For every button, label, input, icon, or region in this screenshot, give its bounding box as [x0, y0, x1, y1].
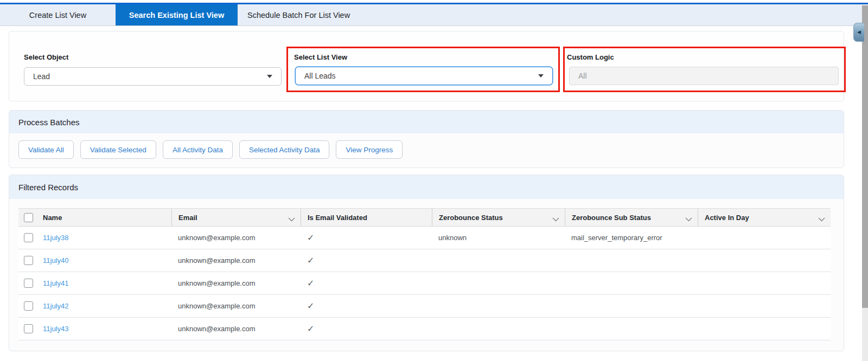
selected-activity-data-button[interactable]: Selected Activity Data [239, 140, 330, 159]
records-table: Name Email Is Email Validated Zerobounce… [18, 208, 831, 340]
chevron-down-icon[interactable] [818, 215, 825, 220]
vertical-scrollbar-thumb[interactable] [862, 5, 868, 308]
table-row: 11july40 unknown@example.com ✓ [18, 249, 831, 272]
table-row: 11july43 unknown@example.com ✓ [18, 318, 831, 340]
checkmark-icon: ✓ [301, 255, 432, 266]
checkmark-icon: ✓ [301, 278, 432, 288]
column-label: Active In Day [705, 214, 818, 222]
select-object-label: Select Object [24, 53, 68, 61]
select-all-checkbox[interactable] [24, 213, 33, 222]
column-header-zerobounce-sub-status[interactable]: Zerobounce Sub Status [565, 209, 698, 226]
chevron-left-icon: ◀ [857, 30, 861, 35]
chevron-down-icon[interactable] [685, 215, 692, 220]
record-name-link[interactable]: 11july41 [43, 279, 68, 287]
record-name-link[interactable]: 11july43 [43, 325, 68, 333]
email-cell: unknown@example.com [171, 279, 301, 287]
table-row: 11july41 unknown@example.com ✓ [18, 272, 831, 295]
all-activity-data-button[interactable]: All Activity Data [163, 140, 233, 159]
custom-logic-label: Custom Logic [567, 53, 614, 61]
email-cell: unknown@example.com [171, 302, 301, 310]
column-label: Name [43, 214, 166, 222]
tab-schedule-batch-for-list-view[interactable]: Schedule Batch For List View [238, 4, 360, 25]
column-header-active-in-day[interactable]: Active In Day [698, 209, 831, 226]
table-header-row: Name Email Is Email Validated Zerobounce… [18, 208, 831, 227]
row-checkbox[interactable] [24, 301, 33, 311]
checkmark-icon: ✓ [301, 324, 432, 334]
filter-form-card: Select Object Lead Select List View All … [9, 31, 844, 101]
validate-selected-button[interactable]: Validate Selected [80, 140, 156, 159]
annotation-box-custom-logic: Custom Logic All [563, 47, 846, 92]
select-list-view-value: All Leads [304, 72, 538, 80]
column-label: Email [178, 214, 288, 222]
panel-collapse-handle[interactable]: ◀ [853, 23, 864, 42]
dropdown-caret-icon [538, 74, 544, 78]
row-checkbox[interactable] [24, 233, 33, 242]
chevron-down-icon[interactable] [552, 215, 559, 220]
select-list-view-label: Select List View [294, 53, 347, 61]
table-row: 11july38 unknown@example.com ✓ unknown m… [18, 227, 831, 249]
validate-all-button[interactable]: Validate All [18, 140, 74, 159]
column-header-name[interactable]: Name [36, 209, 171, 226]
chevron-down-icon[interactable] [288, 215, 295, 220]
column-header-zerobounce-status[interactable]: Zerobounce Status [432, 209, 565, 226]
row-checkbox[interactable] [24, 256, 33, 265]
select-list-view-dropdown[interactable]: All Leads [295, 67, 553, 85]
email-cell: unknown@example.com [171, 325, 301, 333]
row-checkbox[interactable] [24, 279, 33, 288]
table-row: 11july42 unknown@example.com ✓ [18, 295, 831, 318]
select-object-dropdown[interactable]: Lead [24, 67, 282, 86]
app-screen: Create List View Search Existing List Vi… [0, 0, 868, 361]
column-label: Is Email Validated [308, 214, 426, 222]
filtered-records-card: Filtered Records Name Email Is Email Val… [9, 175, 844, 351]
view-progress-button[interactable]: View Progress [336, 140, 403, 159]
checkmark-icon: ✓ [301, 233, 432, 243]
filtered-records-header: Filtered Records [9, 175, 844, 199]
column-header-email[interactable]: Email [171, 209, 301, 226]
email-cell: unknown@example.com [171, 234, 301, 242]
custom-logic-input[interactable]: All [569, 67, 839, 85]
annotation-box-select-list-view: Select List View All Leads [286, 47, 560, 92]
tab-create-list-view[interactable]: Create List View [0, 4, 116, 25]
column-label: Zerobounce Sub Status [572, 214, 685, 222]
process-batches-header: Process Batches [9, 111, 844, 133]
custom-logic-value: All [578, 72, 587, 80]
email-cell: unknown@example.com [171, 256, 301, 265]
process-batches-title: Process Batches [18, 118, 80, 127]
record-name-link[interactable]: 11july40 [43, 256, 68, 265]
process-batches-card: Process Batches Validate All Validate Se… [9, 110, 844, 168]
zerobounce-sub-status-cell: mail_server_temporary_error [565, 234, 698, 242]
filtered-records-title: Filtered Records [18, 183, 78, 192]
tab-search-existing-list-view[interactable]: Search Existing List View [116, 4, 238, 25]
tab-bar: Create List View Search Existing List Vi… [0, 4, 868, 26]
process-batches-buttons: Validate All Validate Selected All Activ… [18, 140, 403, 159]
record-name-link[interactable]: 11july38 [43, 234, 68, 242]
row-checkbox[interactable] [24, 324, 33, 333]
column-header-is-email-validated[interactable]: Is Email Validated [301, 209, 432, 226]
select-object-value: Lead [33, 72, 267, 81]
dropdown-caret-icon [267, 75, 272, 78]
record-name-link[interactable]: 11july42 [43, 302, 68, 310]
checkmark-icon: ✓ [301, 301, 432, 311]
column-label: Zerobounce Status [439, 214, 552, 222]
select-all-cell [18, 209, 36, 226]
zerobounce-status-cell: unknown [432, 234, 565, 242]
